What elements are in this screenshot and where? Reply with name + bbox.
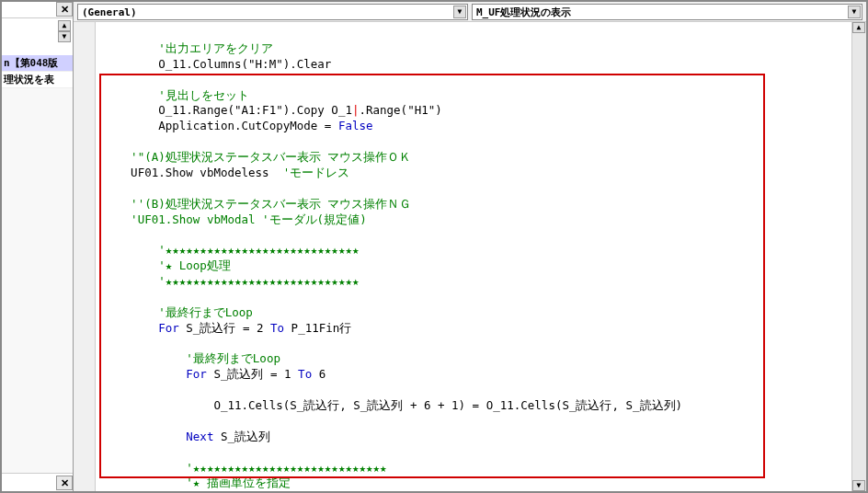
code-text: .Range("H1") xyxy=(359,103,441,117)
project-tree[interactable]: ▲ ▼ xyxy=(2,18,73,55)
code-text: O_11.Cells(S_読込行, S_読込列 + 6 + 1) = O_11.… xyxy=(213,398,682,412)
code-comment: '★★★★★★★★★★★★★★★★★★★★★★★★★★★★ xyxy=(158,243,359,257)
margin-indicator xyxy=(74,22,96,491)
scroll-down-icon[interactable]: ▼ xyxy=(852,480,865,491)
object-dropdown[interactable]: (General) ▼ xyxy=(77,4,468,20)
code-text: Application.CutCopyMode = xyxy=(158,119,338,132)
procedure-dropdown[interactable]: M_UF処理状況の表示 ▼ xyxy=(472,4,862,20)
tree-item[interactable]: 理状況を表 xyxy=(2,72,73,88)
chevron-down-icon[interactable]: ▼ xyxy=(453,6,466,18)
tree-scroll[interactable]: ▲ ▼ xyxy=(58,20,71,42)
tree-items: n【第048版 理状況を表 xyxy=(2,55,73,88)
code-text: O_11.Columns("H:M").Clear xyxy=(158,57,331,71)
code-comment: '★ Loop処理 xyxy=(158,258,231,272)
code-text: S_読込行 = 2 xyxy=(179,321,270,335)
code-text: 6 xyxy=(312,367,326,381)
code-comment: '最終列までLoop xyxy=(186,351,280,365)
code-keyword: False xyxy=(338,119,373,132)
vertical-scrollbar[interactable]: ▲ ▼ xyxy=(851,22,866,491)
chevron-down-icon[interactable]: ▼ xyxy=(848,6,861,18)
splitter-area xyxy=(2,88,73,473)
properties-pane-header: ✕ xyxy=(2,473,73,491)
code-keyword: For xyxy=(158,321,179,335)
code-text: O_11.Range("A1:F1").Copy O_1 xyxy=(158,103,352,117)
code-keyword: For xyxy=(186,367,207,381)
code-comment: '出力エリアをクリア xyxy=(158,41,273,55)
code-pane: (General) ▼ M_UF処理状況の表示 ▼ '出力エリアをクリア O_1… xyxy=(74,2,866,491)
code-text: S_読込列 = 1 xyxy=(207,367,298,381)
pane-titlebar: ✕ xyxy=(2,2,73,18)
code-keyword: Next xyxy=(186,430,213,443)
scroll-up-icon[interactable]: ▲ xyxy=(852,22,865,33)
close-icon[interactable]: ✕ xyxy=(56,2,73,17)
code-comment: '★★★★★★★★★★★★★★★★★★★★★★★★★★★★ xyxy=(158,274,359,288)
code-comment: '★ 描画単位を指定 xyxy=(186,476,291,489)
code-editor[interactable]: '出力エリアをクリア O_11.Columns("H:M").Clear '見出… xyxy=(96,22,851,491)
code-text: S_読込列 xyxy=(213,430,270,443)
scroll-down-icon[interactable]: ▼ xyxy=(58,31,71,42)
project-explorer-pane: ✕ ▲ ▼ n【第048版 理状況を表 ✕ xyxy=(2,2,74,491)
code-keyword: To xyxy=(298,367,312,381)
code-comment: ''(B)処理状況ステータスバー表示 マウス操作ＮＧ xyxy=(131,197,411,211)
code-wrap: '出力エリアをクリア O_11.Columns("H:M").Clear '見出… xyxy=(74,22,866,491)
code-keyword: To xyxy=(270,321,284,335)
procedure-dropdown-value: M_UF処理状況の表示 xyxy=(476,6,572,19)
close-icon[interactable]: ✕ xyxy=(56,476,73,490)
code-comment: '見出しをセット xyxy=(158,88,249,102)
scroll-up-icon[interactable]: ▲ xyxy=(58,20,71,31)
code-comment: 'モードレス xyxy=(283,166,350,179)
object-proc-dropdowns: (General) ▼ M_UF処理状況の表示 ▼ xyxy=(74,2,866,22)
code-comment: 'UF01.Show vbModal 'モーダル(規定値) xyxy=(131,212,367,226)
code-comment: '★★★★★★★★★★★★★★★★★★★★★★★★★★★★ xyxy=(186,461,386,475)
code-text: P_11Fin行 xyxy=(284,321,351,335)
code-comment: '最終行までLoop xyxy=(158,305,253,319)
object-dropdown-value: (General) xyxy=(82,6,137,18)
code-comment: '"(A)処理状況ステータスバー表示 マウス操作ＯＫ xyxy=(131,150,411,164)
code-text: UF01.Show vbModeless xyxy=(131,166,283,179)
vbe-window: ✕ ▲ ▼ n【第048版 理状況を表 ✕ (General) ▼ M_UF処理… xyxy=(2,2,866,491)
tree-item[interactable]: n【第048版 xyxy=(2,55,73,72)
